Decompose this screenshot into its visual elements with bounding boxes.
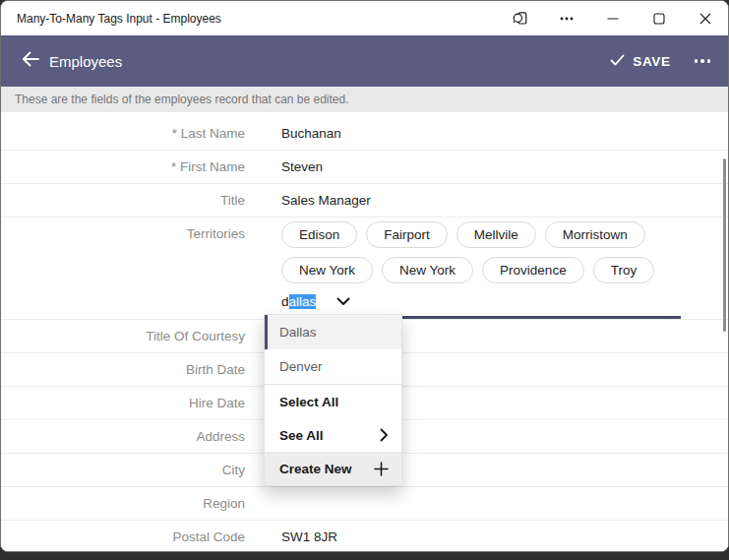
field-label: Title — [1, 193, 245, 208]
last-name-field[interactable]: Buchanan — [245, 126, 341, 141]
field-row-title: Title Sales Manager — [1, 184, 728, 218]
maximize-icon[interactable] — [636, 1, 682, 35]
territory-tag-input[interactable]: dallas — [281, 294, 654, 309]
titlebar-more-icon[interactable] — [543, 1, 589, 35]
save-button[interactable]: SAVE — [610, 54, 670, 69]
close-icon[interactable] — [682, 1, 728, 35]
scrollbar-thumb[interactable] — [723, 158, 726, 332]
autocomplete-selection: allas — [289, 294, 317, 309]
postal-code-field[interactable]: SW1 8JR — [245, 529, 337, 544]
back-arrow-icon — [22, 51, 40, 71]
autocomplete-dropdown: Dallas Denver Select All See All Create … — [264, 314, 402, 486]
info-bar: These are the fields of the employees re… — [1, 87, 728, 112]
create-new-item[interactable]: Create New — [265, 452, 401, 485]
chevron-right-icon — [380, 428, 389, 442]
dropdown-option-dallas[interactable]: Dallas — [265, 315, 401, 349]
check-icon — [610, 54, 625, 69]
select-all-label: Select All — [279, 395, 338, 409]
field-label: City — [1, 463, 245, 477]
field-label: * First Name — [1, 159, 245, 174]
territory-tag[interactable]: Troy — [593, 257, 655, 283]
app-window: Many-To-Many Tags Input - Employees — [0, 0, 729, 552]
territory-tag[interactable]: Edison — [281, 221, 357, 248]
field-label: Postal Code — [1, 529, 245, 544]
back-button[interactable]: Employees — [1, 51, 122, 71]
title-field[interactable]: Sales Manager — [245, 193, 371, 208]
see-all-label: See All — [279, 428, 324, 443]
field-row-postal-code: Postal Code SW1 8JR — [1, 521, 728, 552]
field-label: Hire Date — [1, 396, 245, 410]
field-row-last-name: * Last Name Buchanan — [1, 117, 728, 151]
select-all-item[interactable]: Select All — [265, 385, 401, 418]
territory-tag[interactable]: Morristown — [545, 221, 645, 248]
app-header: Employees SAVE — [1, 35, 728, 87]
see-all-item[interactable]: See All — [265, 418, 401, 452]
dropdown-option-denver[interactable]: Denver — [265, 349, 401, 384]
territory-tag[interactable]: Mellvile — [456, 221, 536, 248]
field-label: Birth Date — [1, 362, 245, 377]
field-label: Region — [1, 496, 245, 511]
territory-tag[interactable]: Providence — [482, 257, 584, 283]
field-row-region: Region — [1, 487, 728, 521]
save-label: SAVE — [633, 54, 670, 69]
territory-tag[interactable]: New York — [281, 257, 373, 283]
create-new-label: Create New — [279, 462, 352, 476]
territory-tag[interactable]: Fairport — [366, 221, 448, 248]
field-label: Territories — [1, 218, 245, 319]
field-row-first-name: * First Name Steven — [1, 151, 728, 184]
field-row-territories: Territories Edison Fairport Mellvile Mor… — [1, 218, 728, 320]
plus-icon — [374, 462, 389, 476]
field-label: Title Of Courtesy — [1, 329, 245, 343]
field-label: Address — [1, 429, 245, 444]
first-name-field[interactable]: Steven — [245, 159, 323, 174]
field-label: * Last Name — [1, 126, 245, 141]
window-search-icon[interactable] — [497, 1, 543, 35]
minimize-icon[interactable] — [589, 1, 636, 35]
chevron-down-icon[interactable] — [336, 297, 350, 306]
territory-tag[interactable]: New York — [382, 257, 473, 283]
typed-text: d — [281, 294, 289, 309]
window-title: Many-To-Many Tags Input - Employees — [1, 12, 497, 26]
header-ellipsis-icon[interactable] — [693, 55, 713, 67]
info-text: These are the fields of the employees re… — [1, 93, 349, 106]
back-label: Employees — [49, 53, 122, 70]
titlebar: Many-To-Many Tags Input - Employees — [1, 1, 728, 35]
